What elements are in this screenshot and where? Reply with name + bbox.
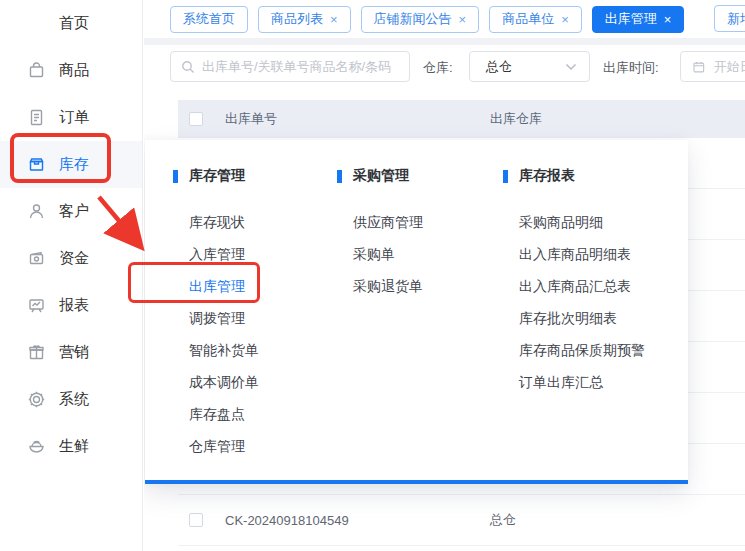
menu-item-order-outbound-summary[interactable]: 订单出库汇总 (519, 367, 645, 399)
chevron-down-icon (565, 63, 577, 71)
sidebar-item-label: 库存 (59, 155, 89, 174)
close-icon[interactable]: × (330, 13, 338, 26)
gift-icon (27, 343, 46, 362)
sidebar-item-label: 生鲜 (59, 437, 89, 456)
cell-warehouse: 总仓 (490, 511, 516, 529)
sidebar-item-inventory[interactable]: 库存 (0, 141, 142, 188)
sidebar: 首页 商品 订单 库存 客户 资金 报表 (0, 0, 143, 551)
sidebar-item-fresh[interactable]: 生鲜 (0, 423, 142, 470)
menu-item-transfer[interactable]: 调拨管理 (189, 303, 259, 335)
sidebar-item-goods[interactable]: 商品 (0, 47, 142, 94)
sidebar-item-customers[interactable]: 客户 (0, 188, 142, 235)
column-header-warehouse: 出库仓库 (490, 110, 542, 128)
menu-item-inout-summary[interactable]: 出入库商品汇总表 (519, 271, 645, 303)
table-row: CK-20240918104549 总仓 (178, 495, 745, 546)
tab-label: 店铺新闻公告 (374, 10, 452, 28)
sidebar-item-marketing[interactable]: 营销 (0, 329, 142, 376)
menu-item-inout-detail[interactable]: 出入库商品明细表 (519, 239, 645, 271)
menu-item-shelf-life-warning[interactable]: 库存商品保质期预警 (519, 335, 645, 367)
close-icon[interactable]: × (459, 13, 467, 26)
row-checkbox[interactable] (189, 513, 203, 527)
outbound-time-label: 出库时间: (603, 59, 659, 77)
menu-item-purchase-return[interactable]: 采购退货单 (353, 271, 423, 303)
menu-column-inventory: 库存管理 库存现状 入库管理 出库管理 调拨管理 智能补货单 成本调价单 库存盘… (173, 140, 259, 463)
menu-column-header: 库存管理 (173, 167, 259, 185)
main-content: 系统首页 商品列表 × 店铺新闻公告 × 商品单位 × 出库管理 × 新增出库 (144, 0, 745, 551)
menu-header-label: 库存报表 (519, 167, 575, 185)
menu-item-supplier[interactable]: 供应商管理 (353, 207, 423, 239)
filter-bar: 仓库: 总仓 出库时间: (144, 45, 745, 100)
person-icon (27, 202, 46, 221)
sidebar-item-system[interactable]: 系统 (0, 376, 142, 423)
menu-item-warehouse-mgmt[interactable]: 仓库管理 (189, 431, 259, 463)
search-input[interactable] (202, 59, 399, 74)
search-icon (181, 60, 195, 74)
menu-column-reports: 库存报表 采购商品明细 出入库商品明细表 出入库商品汇总表 库存批次明细表 库存… (503, 140, 645, 399)
sidebar-item-home[interactable]: 首页 (0, 0, 142, 47)
menu-item-purchase-order[interactable]: 采购单 (353, 239, 423, 271)
bullet-icon (173, 170, 178, 183)
close-icon[interactable]: × (561, 13, 569, 26)
sidebar-item-label: 营销 (59, 343, 89, 362)
chart-board-icon (27, 296, 46, 315)
menu-item-inbound[interactable]: 入库管理 (189, 239, 259, 271)
gear-icon (27, 390, 46, 409)
bullet-icon (337, 170, 342, 183)
menu-item-stocktake[interactable]: 库存盘点 (189, 399, 259, 431)
tabbar-divider (144, 38, 745, 45)
wallet-icon (27, 249, 46, 268)
bullet-icon (503, 170, 508, 183)
menu-item-smart-replenish[interactable]: 智能补货单 (189, 335, 259, 367)
sidebar-item-label: 订单 (59, 108, 89, 127)
sidebar-item-label: 系统 (59, 390, 89, 409)
select-all-checkbox[interactable] (189, 112, 203, 126)
tab-label: 商品列表 (271, 10, 323, 28)
menu-column-purchase: 采购管理 供应商管理 采购单 采购退货单 (337, 140, 423, 303)
warehouse-select-value: 总仓 (486, 58, 512, 76)
menu-item-purchase-detail[interactable]: 采购商品明细 (519, 207, 645, 239)
tab-label: 出库管理 (605, 10, 657, 28)
column-header-order-no: 出库单号 (225, 110, 277, 128)
sidebar-item-label: 资金 (59, 249, 89, 268)
tab-label: 商品单位 (502, 10, 554, 28)
menu-item-stock-status[interactable]: 库存现状 (189, 207, 259, 239)
menu-item-outbound[interactable]: 出库管理 (189, 271, 259, 303)
menu-item-batch-detail[interactable]: 库存批次明细表 (519, 303, 645, 335)
sidebar-item-label: 商品 (59, 61, 89, 80)
sidebar-item-label: 客户 (59, 202, 89, 221)
menu-header-label: 采购管理 (353, 167, 409, 185)
tab-product-unit[interactable]: 商品单位 × (489, 6, 582, 33)
sidebar-item-label: 首页 (59, 14, 89, 33)
inventory-mega-menu: 库存管理 库存现状 入库管理 出库管理 调拨管理 智能补货单 成本调价单 库存盘… (145, 140, 688, 484)
tab-label: 新增出库 (727, 10, 745, 28)
menu-column-header: 库存报表 (503, 167, 645, 185)
tab-product-list[interactable]: 商品列表 × (258, 6, 351, 33)
tab-label: 系统首页 (183, 10, 235, 28)
calendar-icon (693, 60, 705, 74)
sidebar-item-reports[interactable]: 报表 (0, 282, 142, 329)
table-header-row: 出库单号 出库仓库 (178, 100, 745, 138)
start-date-input[interactable] (714, 59, 745, 74)
tab-outbound-management[interactable]: 出库管理 × (592, 6, 685, 33)
tab-system-home[interactable]: 系统首页 (170, 6, 248, 33)
sidebar-item-funds[interactable]: 资金 (0, 235, 142, 282)
close-icon[interactable]: × (664, 13, 672, 26)
package-box-icon (27, 155, 46, 174)
warehouse-label: 仓库: (423, 59, 453, 77)
sidebar-item-label: 报表 (59, 296, 89, 315)
tab-shop-news[interactable]: 店铺新闻公告 × (361, 6, 480, 33)
shopping-bag-icon (27, 61, 46, 80)
sidebar-item-orders[interactable]: 订单 (0, 94, 142, 141)
home-icon (27, 14, 46, 33)
date-range-input[interactable] (680, 51, 745, 82)
menu-item-cost-adjust[interactable]: 成本调价单 (189, 367, 259, 399)
cell-order-no: CK-20240918104549 (225, 513, 349, 528)
menu-header-label: 库存管理 (189, 167, 245, 185)
menu-column-header: 采购管理 (337, 167, 423, 185)
tab-new-outbound[interactable]: 新增出库 (714, 5, 745, 32)
tab-bar: 系统首页 商品列表 × 店铺新闻公告 × 商品单位 × 出库管理 × 新增出库 (144, 0, 745, 38)
warehouse-select[interactable]: 总仓 (469, 51, 590, 82)
document-icon (27, 108, 46, 127)
search-input-wrapper (170, 51, 410, 82)
food-bowl-icon (27, 437, 46, 456)
